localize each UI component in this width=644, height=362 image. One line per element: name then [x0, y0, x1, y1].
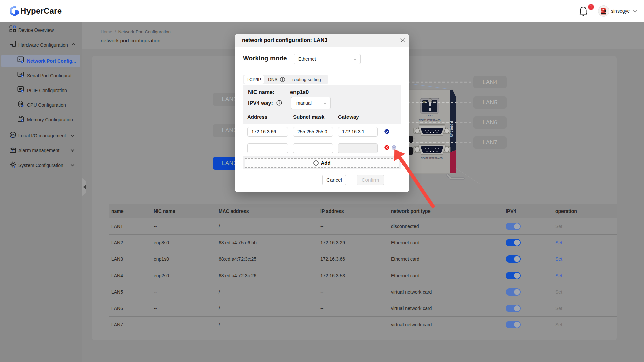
svg-text:SP7000H: SP7000H — [450, 121, 454, 137]
svg-text:LAN7: LAN7 — [427, 114, 433, 117]
svg-text:COM1 PS232/485: COM1 PS232/485 — [419, 119, 441, 122]
svg-text:I/O: I/O — [11, 134, 14, 137]
